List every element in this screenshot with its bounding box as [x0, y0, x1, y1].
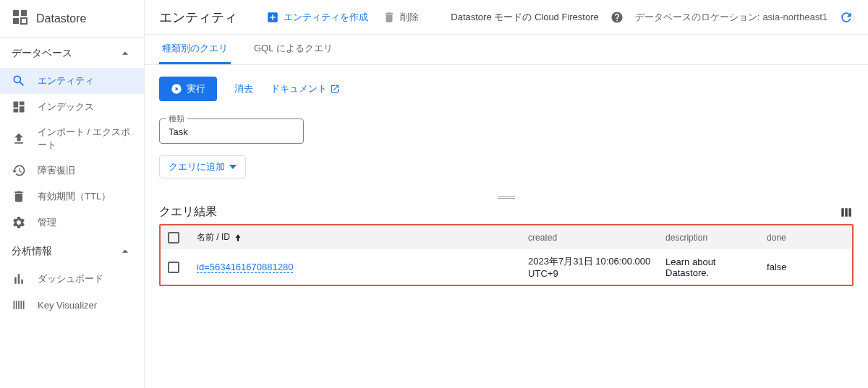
column-name-id[interactable]: 名前 / ID: [197, 231, 230, 243]
results-table: 名前 / ID created description done id=5634…: [159, 224, 854, 286]
product-header[interactable]: Datastore: [0, 0, 144, 38]
column-created[interactable]: created: [521, 225, 658, 249]
sidebar-item-import-export[interactable]: インポート / エクスポート: [0, 120, 144, 158]
plus-box-icon: [266, 11, 279, 24]
trash-icon: [383, 11, 396, 24]
sidebar-item-disaster-recovery[interactable]: 障害復旧: [0, 158, 144, 184]
tab-kind-query[interactable]: 種類別のクエリ: [159, 35, 231, 64]
run-label: 実行: [187, 82, 205, 95]
run-button[interactable]: 実行: [159, 77, 217, 101]
sidebar-item-label: エンティティ: [38, 74, 132, 87]
product-name: Datastore: [36, 12, 86, 25]
chevron-up-icon: [118, 244, 132, 259]
add-to-query-button[interactable]: クエリに追加: [159, 155, 246, 178]
sidebar-item-label: インデックス: [38, 100, 132, 113]
documents-link[interactable]: ドキュメント: [271, 82, 340, 95]
clear-button[interactable]: 消去: [234, 82, 253, 95]
column-description[interactable]: description: [658, 225, 760, 249]
db-location: データベースのロケーション: asia-northeast1: [635, 11, 827, 24]
datastore-logo-icon: [12, 9, 29, 28]
table-header-row: 名前 / ID created description done: [161, 225, 852, 249]
cell-created: 2023年7月31日 10:06:00.000 UTC+9: [521, 249, 658, 285]
select-all-checkbox[interactable]: [168, 232, 179, 243]
svg-rect-1: [21, 10, 27, 16]
entity-id-link[interactable]: id=5634161670881280: [197, 262, 293, 273]
documents-label: ドキュメント: [271, 82, 327, 95]
tab-gql-query[interactable]: GQL によるクエリ: [251, 35, 336, 64]
sidebar-item-label: Key Visualizer: [38, 300, 132, 311]
nav-section-database[interactable]: データベース: [0, 38, 144, 68]
svg-rect-0: [13, 10, 19, 16]
results-title: クエリ結果: [159, 204, 217, 220]
columns-icon[interactable]: [839, 205, 854, 220]
add-to-query-label: クエリに追加: [169, 160, 225, 173]
resize-handle[interactable]: [145, 190, 868, 204]
nav-section-label: データベース: [12, 47, 72, 60]
search-icon: [12, 74, 26, 88]
svg-rect-3: [21, 18, 27, 24]
gear-icon: [12, 215, 26, 230]
sidebar-item-label: 管理: [38, 216, 132, 229]
sidebar-item-label: 障害復旧: [38, 164, 132, 177]
nav-section-label: 分析情報: [12, 245, 52, 258]
create-entity-label: エンティティを作成: [284, 11, 368, 24]
kind-field-label: 種類: [166, 113, 187, 124]
db-location-value: asia-northeast1: [762, 12, 827, 22]
sidebar-item-ttl[interactable]: 有効期間（TTL）: [0, 184, 144, 210]
column-done[interactable]: done: [760, 225, 852, 249]
bar-chart-icon: [12, 272, 26, 286]
sidebar-item-label: 有効期間（TTL）: [38, 190, 132, 203]
table-row[interactable]: id=5634161670881280 2023年7月31日 10:06:00.…: [161, 249, 852, 285]
history-icon: [12, 163, 26, 178]
index-icon: [12, 100, 26, 114]
sidebar-item-entities[interactable]: エンティティ: [0, 68, 144, 94]
cell-done: false: [760, 249, 852, 285]
mode-text: Datastore モードの Cloud Firestore: [451, 11, 598, 24]
sidebar-item-dashboard[interactable]: ダッシュボード: [0, 266, 144, 292]
sidebar-item-indexes[interactable]: インデックス: [0, 94, 144, 120]
page-title: エンティティ: [159, 9, 237, 26]
create-entity-button[interactable]: エンティティを作成: [266, 11, 368, 24]
dropdown-arrow-icon: [229, 163, 237, 171]
upload-icon: [12, 132, 26, 146]
db-location-label: データベースのロケーション:: [635, 11, 760, 24]
refresh-button[interactable]: [839, 10, 854, 25]
svg-rect-2: [13, 18, 19, 24]
chevron-up-icon: [118, 46, 132, 61]
sort-asc-icon: [233, 233, 243, 243]
external-link-icon: [330, 84, 340, 94]
play-icon: [171, 83, 182, 95]
kind-field[interactable]: 種類: [159, 118, 304, 144]
delete-button[interactable]: 削除: [383, 11, 419, 24]
sidebar-item-admin[interactable]: 管理: [0, 210, 144, 236]
help-icon[interactable]: [610, 11, 624, 24]
sidebar-item-label: ダッシュボード: [38, 272, 132, 285]
sidebar-item-key-visualizer[interactable]: Key Visualizer: [0, 292, 144, 318]
visualizer-icon: [12, 298, 26, 312]
row-checkbox[interactable]: [168, 262, 179, 273]
nav-section-analytics[interactable]: 分析情報: [0, 236, 144, 266]
kind-input[interactable]: [169, 126, 294, 137]
cell-description: Learn about Datastore.: [658, 249, 760, 285]
delete-label: 削除: [400, 11, 419, 24]
delete-icon: [12, 189, 26, 204]
sidebar-item-label: インポート / エクスポート: [38, 126, 132, 152]
